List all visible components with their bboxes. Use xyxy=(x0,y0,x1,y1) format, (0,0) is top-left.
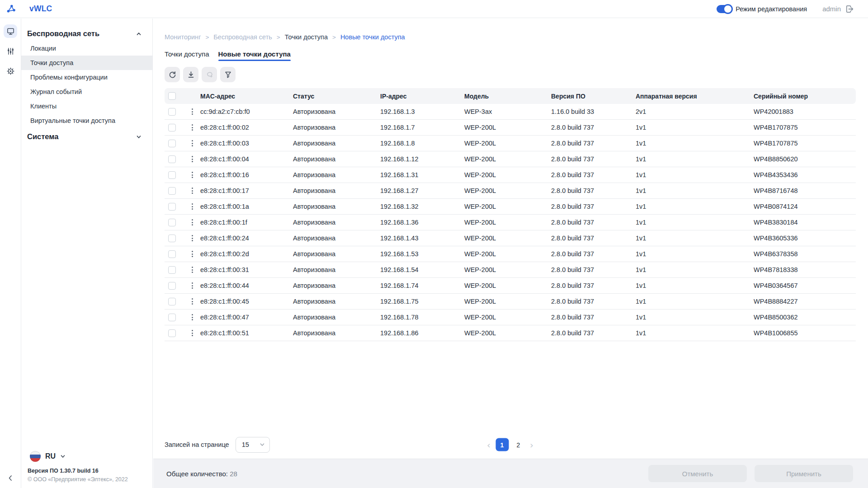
sidebar-item[interactable]: Журнал событий xyxy=(21,84,152,99)
cell-serial: WP4B1707875 xyxy=(754,140,856,147)
row-checkbox[interactable] xyxy=(168,314,176,321)
copyright: © ООО «Предприятие «Элтекс», 2022 xyxy=(28,476,146,483)
row-menu-icon[interactable] xyxy=(189,312,196,322)
page-button-1[interactable]: 1 xyxy=(495,438,509,451)
row-menu-icon[interactable] xyxy=(189,154,196,164)
row-checkbox[interactable] xyxy=(168,235,176,242)
cell-fw-version: 2.8.0 build 737 xyxy=(551,314,636,321)
row-checkbox[interactable] xyxy=(168,329,176,337)
row-checkbox[interactable] xyxy=(168,203,176,211)
row-menu-icon[interactable] xyxy=(189,328,196,338)
row-checkbox[interactable] xyxy=(168,171,176,179)
logout-icon[interactable] xyxy=(844,4,854,14)
breadcrumb-separator: > xyxy=(205,34,209,41)
cell-status: Авторизована xyxy=(293,219,380,226)
row-checkbox[interactable] xyxy=(168,282,176,290)
cell-serial: WP4B8884227 xyxy=(754,298,856,305)
row-checkbox[interactable] xyxy=(168,140,176,147)
table-header-row: MAC-адресСтатусIP-адресМодельВерсия ПОАп… xyxy=(165,88,856,104)
cell-fw-version: 2.8.0 build 737 xyxy=(551,235,636,242)
cell-status: Авторизована xyxy=(293,250,380,258)
cell-mac: e8:28:c1:ff:00:03 xyxy=(200,140,293,147)
cell-mac: e8:28:c1:ff:00:44 xyxy=(200,282,293,289)
sidebar-footer: RU Версия ПО 1.30.7 build 16 © ООО «Пред… xyxy=(21,451,152,488)
rail-radio-settings-button[interactable] xyxy=(4,44,17,58)
lasso-add-button[interactable] xyxy=(202,67,217,82)
cell-ip: 192.168.1.32 xyxy=(380,203,464,210)
select-all-checkbox[interactable] xyxy=(168,92,176,100)
sidebar-item[interactable]: Проблемы конфигурации xyxy=(21,70,152,84)
row-checkbox[interactable] xyxy=(168,187,176,195)
pager-prev-icon[interactable]: ‹ xyxy=(485,440,492,449)
breadcrumb-item[interactable]: Беспроводная сеть xyxy=(213,33,272,41)
cancel-button[interactable]: Отменить xyxy=(648,465,747,482)
row-checkbox[interactable] xyxy=(168,108,176,116)
row-menu-icon[interactable] xyxy=(189,202,196,211)
tab-new-access-points[interactable]: Новые точки доступа xyxy=(218,50,291,61)
language-selector[interactable]: RU xyxy=(28,451,146,462)
sidebar-section-wireless[interactable]: Беспроводная сеть xyxy=(21,28,152,39)
download-button[interactable] xyxy=(183,67,198,82)
breadcrumb-item[interactable]: Новые точки доступа xyxy=(340,33,405,41)
breadcrumb-item[interactable]: Точки доступа xyxy=(285,33,328,41)
pager-next-icon[interactable]: › xyxy=(528,440,535,449)
refresh-button[interactable] xyxy=(165,67,180,82)
row-menu-icon[interactable] xyxy=(189,170,196,180)
sidebar-item[interactable]: Виртуальные точки доступа xyxy=(21,113,152,128)
rail-system-settings-button[interactable] xyxy=(4,64,17,78)
row-menu-icon[interactable] xyxy=(189,281,196,291)
row-menu-icon[interactable] xyxy=(189,186,196,196)
table-row: e8:28:c1:ff:00:1aАвторизована192.168.1.3… xyxy=(165,199,856,215)
page-button-2[interactable]: 2 xyxy=(512,438,525,451)
tab-access-points[interactable]: Точки доступа xyxy=(165,50,209,61)
sidebar-section-system[interactable]: Система xyxy=(21,131,152,142)
sidebar-nav: Беспроводная сетьЛокацииТочки доступаПро… xyxy=(21,19,152,451)
cell-ip: 192.168.1.43 xyxy=(380,235,464,242)
cell-model: WEP-200L xyxy=(464,314,551,321)
collapse-sidebar-icon[interactable] xyxy=(7,474,14,482)
row-menu-icon[interactable] xyxy=(189,107,196,117)
row-menu-icon[interactable] xyxy=(189,249,196,259)
per-page-select[interactable]: 15 xyxy=(236,437,270,453)
row-menu-icon[interactable] xyxy=(189,138,196,148)
filter-button[interactable] xyxy=(220,67,236,82)
cell-model: WEP-200L xyxy=(464,329,551,337)
cell-serial: WP4B4353436 xyxy=(754,171,856,178)
row-checkbox[interactable] xyxy=(168,298,176,305)
row-checkbox[interactable] xyxy=(168,219,176,226)
sidebar-item[interactable]: Локации xyxy=(21,41,152,56)
table-row: e8:28:c1:ff:00:47Авторизована192.168.1.7… xyxy=(165,310,856,325)
row-menu-icon[interactable] xyxy=(189,296,196,306)
cell-status: Авторизована xyxy=(293,235,380,242)
cell-hw-version: 1v1 xyxy=(636,314,754,321)
cell-serial: WP4B0364567 xyxy=(754,282,856,289)
sidebar-section-label: Система xyxy=(27,132,58,141)
access-points-table: MAC-адресСтатусIP-адресМодельВерсия ПОАп… xyxy=(165,88,856,341)
edit-mode-toggle[interactable] xyxy=(717,5,732,13)
cell-hw-version: 1v1 xyxy=(636,266,754,273)
row-checkbox[interactable] xyxy=(168,266,176,274)
row-menu-icon[interactable] xyxy=(189,122,196,132)
row-checkbox[interactable] xyxy=(168,250,176,258)
rail-monitoring-button[interactable] xyxy=(4,24,17,38)
sidebar-item[interactable]: Клиенты xyxy=(21,99,152,113)
row-menu-icon[interactable] xyxy=(189,265,196,275)
table-row: e8:28:c1:ff:00:51Авторизована192.168.1.8… xyxy=(165,325,856,341)
filter-icon xyxy=(224,70,232,79)
cell-status: Авторизована xyxy=(293,282,380,289)
row-menu-icon[interactable] xyxy=(189,233,196,243)
download-icon xyxy=(187,70,195,79)
cell-hw-version: 1v1 xyxy=(636,298,754,305)
total-count-value: 28 xyxy=(230,470,237,478)
software-version: Версия ПО 1.30.7 build 16 xyxy=(28,468,146,474)
cell-model: WEP-200L xyxy=(464,250,551,258)
row-menu-icon[interactable] xyxy=(189,217,196,227)
row-checkbox[interactable] xyxy=(168,155,176,163)
apply-button[interactable]: Применить xyxy=(755,465,853,482)
breadcrumb-item[interactable]: Мониторинг xyxy=(165,33,201,41)
user-name[interactable]: admin xyxy=(822,5,841,13)
flag-ru-icon xyxy=(30,451,41,462)
sidebar-item[interactable]: Точки доступа xyxy=(21,56,152,70)
row-checkbox[interactable] xyxy=(168,124,176,131)
cell-model: WEP-200L xyxy=(464,235,551,242)
